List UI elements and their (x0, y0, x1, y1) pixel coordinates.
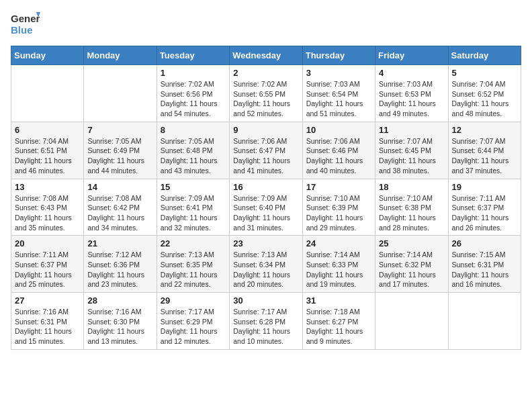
calendar-cell: 27 Sunrise: 7:16 AM Sunset: 6:31 PM Dayl… (11, 293, 84, 350)
day-number: 29 (161, 295, 226, 306)
day-info: Sunrise: 7:09 AM Sunset: 6:40 PM Dayligh… (233, 193, 298, 233)
day-info: Sunrise: 7:03 AM Sunset: 6:53 PM Dayligh… (379, 79, 444, 119)
calendar-cell (375, 293, 448, 350)
calendar-body: 1 Sunrise: 7:02 AM Sunset: 6:56 PM Dayli… (11, 65, 521, 350)
calendar-cell: 24 Sunrise: 7:14 AM Sunset: 6:33 PM Dayl… (302, 236, 375, 293)
calendar-cell: 18 Sunrise: 7:10 AM Sunset: 6:38 PM Dayl… (375, 179, 448, 236)
day-number: 16 (233, 182, 298, 192)
day-info: Sunrise: 7:11 AM Sunset: 6:37 PM Dayligh… (15, 250, 80, 289)
calendar-cell: 25 Sunrise: 7:14 AM Sunset: 6:32 PM Dayl… (375, 236, 448, 293)
day-number: 30 (233, 295, 298, 306)
day-info: Sunrise: 7:07 AM Sunset: 6:45 PM Dayligh… (379, 136, 444, 176)
calendar-cell: 4 Sunrise: 7:03 AM Sunset: 6:53 PM Dayli… (375, 65, 448, 122)
day-info: Sunrise: 7:13 AM Sunset: 6:34 PM Dayligh… (233, 250, 298, 289)
day-info: Sunrise: 7:04 AM Sunset: 6:52 PM Dayligh… (452, 79, 517, 119)
calendar-cell: 23 Sunrise: 7:13 AM Sunset: 6:34 PM Dayl… (230, 236, 302, 293)
day-info: Sunrise: 7:06 AM Sunset: 6:46 PM Dayligh… (306, 136, 371, 176)
day-info: Sunrise: 7:13 AM Sunset: 6:35 PM Dayligh… (161, 250, 226, 289)
day-number: 8 (161, 125, 226, 135)
weekday-sunday: Sunday (11, 46, 84, 65)
calendar-cell: 8 Sunrise: 7:05 AM Sunset: 6:48 PM Dayli… (157, 122, 229, 179)
calendar-cell: 30 Sunrise: 7:17 AM Sunset: 6:28 PM Dayl… (230, 293, 302, 350)
day-info: Sunrise: 7:07 AM Sunset: 6:44 PM Dayligh… (452, 136, 517, 176)
day-number: 25 (379, 238, 444, 248)
calendar-cell: 2 Sunrise: 7:02 AM Sunset: 6:55 PM Dayli… (230, 65, 302, 122)
weekday-thursday: Thursday (302, 46, 375, 65)
day-number: 4 (379, 68, 444, 78)
calendar-cell: 13 Sunrise: 7:08 AM Sunset: 6:43 PM Dayl… (11, 179, 84, 236)
calendar-cell: 19 Sunrise: 7:11 AM Sunset: 6:37 PM Dayl… (448, 179, 521, 236)
day-number: 19 (452, 182, 517, 192)
day-number: 3 (306, 68, 371, 78)
weekday-monday: Monday (84, 46, 157, 65)
day-info: Sunrise: 7:08 AM Sunset: 6:42 PM Dayligh… (87, 193, 152, 233)
day-number: 22 (161, 238, 226, 248)
calendar-cell (11, 65, 84, 122)
day-number: 1 (161, 68, 226, 78)
day-number: 15 (161, 182, 226, 192)
day-info: Sunrise: 7:08 AM Sunset: 6:43 PM Dayligh… (15, 193, 80, 233)
day-info: Sunrise: 7:14 AM Sunset: 6:32 PM Dayligh… (379, 250, 444, 289)
day-number: 21 (87, 238, 152, 248)
weekday-tuesday: Tuesday (157, 46, 229, 65)
page-header: General Blue (11, 11, 521, 38)
calendar-cell: 21 Sunrise: 7:12 AM Sunset: 6:36 PM Dayl… (84, 236, 157, 293)
calendar-cell (84, 65, 157, 122)
day-info: Sunrise: 7:12 AM Sunset: 6:36 PM Dayligh… (87, 250, 152, 289)
day-info: Sunrise: 7:10 AM Sunset: 6:39 PM Dayligh… (306, 193, 371, 233)
calendar-cell: 9 Sunrise: 7:06 AM Sunset: 6:47 PM Dayli… (230, 122, 302, 179)
calendar-cell (448, 293, 521, 350)
logo: General Blue (11, 11, 40, 38)
calendar-cell: 12 Sunrise: 7:07 AM Sunset: 6:44 PM Dayl… (448, 122, 521, 179)
calendar-cell: 7 Sunrise: 7:05 AM Sunset: 6:49 PM Dayli… (84, 122, 157, 179)
weekday-header-row: SundayMondayTuesdayWednesdayThursdayFrid… (11, 46, 521, 65)
weekday-wednesday: Wednesday (230, 46, 302, 65)
calendar-cell: 5 Sunrise: 7:04 AM Sunset: 6:52 PM Dayli… (448, 65, 521, 122)
svg-text:General: General (11, 13, 40, 24)
day-info: Sunrise: 7:18 AM Sunset: 6:27 PM Dayligh… (306, 307, 371, 347)
day-info: Sunrise: 7:05 AM Sunset: 6:49 PM Dayligh… (87, 136, 152, 176)
calendar-cell: 14 Sunrise: 7:08 AM Sunset: 6:42 PM Dayl… (84, 179, 157, 236)
calendar-cell: 26 Sunrise: 7:15 AM Sunset: 6:31 PM Dayl… (448, 236, 521, 293)
day-number: 20 (15, 238, 80, 248)
calendar-cell: 16 Sunrise: 7:09 AM Sunset: 6:40 PM Dayl… (230, 179, 302, 236)
day-info: Sunrise: 7:03 AM Sunset: 6:54 PM Dayligh… (306, 79, 371, 119)
day-info: Sunrise: 7:02 AM Sunset: 6:55 PM Dayligh… (233, 79, 298, 119)
logo-svg: General Blue (11, 11, 40, 38)
day-info: Sunrise: 7:06 AM Sunset: 6:47 PM Dayligh… (233, 136, 298, 176)
day-number: 31 (306, 295, 371, 306)
week-row-2: 6 Sunrise: 7:04 AM Sunset: 6:51 PM Dayli… (11, 122, 521, 179)
day-number: 26 (452, 238, 517, 248)
day-info: Sunrise: 7:04 AM Sunset: 6:51 PM Dayligh… (15, 136, 80, 176)
calendar-table: SundayMondayTuesdayWednesdayThursdayFrid… (11, 46, 521, 350)
day-info: Sunrise: 7:10 AM Sunset: 6:38 PM Dayligh… (379, 193, 444, 233)
week-row-1: 1 Sunrise: 7:02 AM Sunset: 6:56 PM Dayli… (11, 65, 521, 122)
day-number: 10 (306, 125, 371, 135)
day-info: Sunrise: 7:09 AM Sunset: 6:41 PM Dayligh… (161, 193, 226, 233)
day-number: 23 (233, 238, 298, 248)
day-number: 2 (233, 68, 298, 78)
weekday-friday: Friday (375, 46, 448, 65)
day-number: 13 (15, 182, 80, 192)
week-row-3: 13 Sunrise: 7:08 AM Sunset: 6:43 PM Dayl… (11, 179, 521, 236)
day-number: 28 (87, 295, 152, 306)
day-info: Sunrise: 7:15 AM Sunset: 6:31 PM Dayligh… (452, 250, 517, 289)
day-number: 9 (233, 125, 298, 135)
day-number: 11 (379, 125, 444, 135)
calendar-cell: 17 Sunrise: 7:10 AM Sunset: 6:39 PM Dayl… (302, 179, 375, 236)
week-row-4: 20 Sunrise: 7:11 AM Sunset: 6:37 PM Dayl… (11, 236, 521, 293)
calendar-cell: 1 Sunrise: 7:02 AM Sunset: 6:56 PM Dayli… (157, 65, 229, 122)
day-number: 18 (379, 182, 444, 192)
day-number: 6 (15, 125, 80, 135)
calendar-cell: 11 Sunrise: 7:07 AM Sunset: 6:45 PM Dayl… (375, 122, 448, 179)
day-info: Sunrise: 7:17 AM Sunset: 6:28 PM Dayligh… (233, 307, 298, 347)
day-info: Sunrise: 7:16 AM Sunset: 6:31 PM Dayligh… (15, 307, 80, 347)
day-info: Sunrise: 7:17 AM Sunset: 6:29 PM Dayligh… (161, 307, 226, 347)
day-number: 7 (87, 125, 152, 135)
calendar-cell: 22 Sunrise: 7:13 AM Sunset: 6:35 PM Dayl… (157, 236, 229, 293)
day-number: 24 (306, 238, 371, 248)
weekday-saturday: Saturday (448, 46, 521, 65)
calendar-cell: 6 Sunrise: 7:04 AM Sunset: 6:51 PM Dayli… (11, 122, 84, 179)
day-number: 5 (452, 68, 517, 78)
day-number: 27 (15, 295, 80, 306)
